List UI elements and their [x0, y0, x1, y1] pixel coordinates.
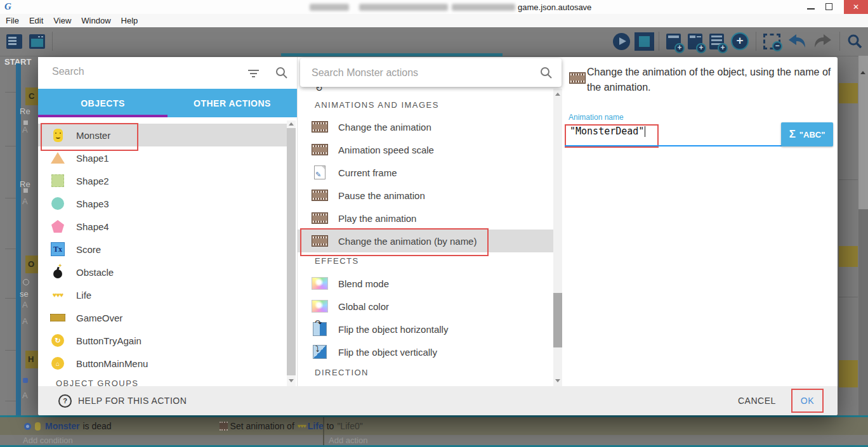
object-label: Score: [76, 244, 101, 255]
undo-icon: [787, 33, 806, 49]
action-item-animation-speed[interactable]: Animation speed scale: [298, 138, 553, 161]
action-item-change-animation-by-name[interactable]: Change the animation (by name): [298, 230, 553, 252]
search-icon: [275, 67, 288, 79]
action-label: Blend mode: [338, 278, 389, 289]
ok-button[interactable]: OK: [801, 396, 814, 406]
toolbar-separator: [839, 32, 840, 51]
object-item-life[interactable]: ♥♥♥ Life: [38, 283, 287, 306]
object-item-shape4[interactable]: Shape4: [38, 215, 287, 238]
object-item-score[interactable]: Tx Score: [38, 238, 287, 261]
action-text: Set animation of: [230, 421, 294, 431]
menu-view[interactable]: View: [53, 16, 71, 25]
bg-event-text: A: [22, 300, 28, 309]
scroll-up-arrow[interactable]: [289, 122, 294, 126]
restore-button[interactable]: [825, 3, 832, 10]
action-item-pause-animation[interactable]: Pause the animation: [298, 184, 553, 207]
object-search-bar: [38, 57, 297, 89]
action-item-flip-vertical[interactable]: Flip the object vertically: [298, 340, 553, 363]
action-search-input[interactable]: [310, 67, 503, 79]
scroll-down-arrow[interactable]: [289, 379, 294, 382]
action-item-change-animation[interactable]: Change the animation: [298, 115, 553, 138]
frame-icon: [312, 165, 328, 179]
scroll-up-arrow[interactable]: [860, 71, 865, 74]
window-title: game.json.autosave: [518, 3, 591, 12]
action-value: "Life0": [337, 421, 362, 431]
toolbar-separator: [659, 32, 659, 51]
object-label: Monster: [76, 130, 110, 141]
object-item-buttontryagain[interactable]: ↻ ButtonTryAgain: [38, 329, 287, 352]
filter-icon[interactable]: [247, 68, 259, 77]
object-search-input[interactable]: [51, 65, 244, 78]
tab-objects[interactable]: OBJECTS: [38, 89, 168, 117]
bg-event-text: Re: [20, 179, 30, 189]
film-mini-icon: [220, 422, 228, 431]
action-label: Animation speed scale: [338, 145, 434, 155]
tree-line: [5, 146, 16, 146]
tree-line: [839, 179, 858, 180]
events-scrollbar-thumb[interactable]: [858, 209, 868, 415]
cancel-button[interactable]: CANCEL: [738, 396, 776, 406]
animations-section-header: ANIMATIONS AND IMAGES: [315, 100, 439, 110]
toolbar-left-group: [6, 27, 53, 55]
menu-window[interactable]: Window: [81, 16, 110, 25]
circle-icon: [49, 197, 66, 210]
menu-bar: File Edit View Window Help: [0, 14, 868, 28]
object-list-scrollbar-thumb[interactable]: [287, 128, 296, 375]
animation-name-value: "MonsterDead": [570, 126, 644, 137]
film-icon: [312, 121, 328, 133]
action-item-flip-horizontal[interactable]: Flip the object horizontally: [298, 318, 553, 340]
tree-line: [5, 249, 16, 249]
bg-event-icon: [23, 120, 28, 125]
title-bar: G game.json.autosave ✕: [0, 0, 868, 15]
action-label: Flip the object vertically: [338, 347, 437, 358]
minimize-button[interactable]: [807, 8, 815, 10]
monster-icon: [49, 129, 66, 142]
object-item-shape2[interactable]: Shape2: [38, 169, 287, 192]
menu-help[interactable]: Help: [121, 16, 138, 25]
clipped-action-icon: ↻: [315, 87, 326, 93]
object-item-monster[interactable]: Monster: [38, 124, 287, 146]
tab-other-actions-label: OTHER ACTIONS: [194, 98, 271, 108]
action-item-current-frame[interactable]: Current frame: [298, 161, 553, 184]
animation-name-label: Animation name: [569, 113, 624, 122]
help-icon: ?: [58, 394, 72, 408]
action-search-bar: [300, 58, 562, 87]
banner-icon: [49, 314, 66, 321]
object-item-obstacle[interactable]: Obstacle: [38, 261, 287, 283]
search-icon: [540, 67, 553, 79]
action-item-global-color[interactable]: Global color: [298, 295, 553, 318]
event-condition-row: Monster is dead Set animation of ♥♥♥ Lif…: [0, 417, 868, 435]
animation-name-field[interactable]: "MonsterDead": [570, 126, 645, 137]
scroll-up-arrow[interactable]: [555, 93, 560, 96]
gdevelop-window: G game.json.autosave ✕ File Edit View Wi…: [0, 0, 868, 447]
action-label: Global color: [338, 301, 389, 312]
redacted-title-block: [359, 4, 448, 11]
action-item-play-animation[interactable]: Play the animation: [298, 207, 553, 230]
action-list-scrollbar-thumb[interactable]: [553, 293, 562, 347]
action-description: Change the animation of the object, usin…: [587, 65, 839, 95]
close-button[interactable]: ✕: [844, 0, 868, 14]
object-item-buttonmainmenu[interactable]: ⌂ ButtonMainMenu: [38, 352, 287, 375]
sigma-icon: Σ: [789, 128, 796, 141]
condition-text: is dead: [82, 421, 111, 431]
action-item-blend-mode[interactable]: Blend mode: [298, 272, 553, 295]
bg-event-text: H: [28, 354, 34, 364]
scroll-down-arrow[interactable]: [555, 379, 560, 382]
home-button-icon: ⌂: [49, 357, 66, 370]
object-item-shape1[interactable]: Shape1: [38, 146, 287, 169]
action-label: Change the animation (by name): [338, 236, 477, 247]
object-item-shape3[interactable]: Shape3: [38, 192, 287, 215]
flip-vertical-icon: [312, 345, 328, 359]
pentagon-icon: [49, 220, 66, 233]
add-comment-icon: +: [709, 34, 724, 49]
tab-other-actions[interactable]: OTHER ACTIONS: [168, 89, 297, 117]
flip-horizontal-icon: [312, 322, 328, 336]
film-icon: [312, 144, 328, 155]
menu-file[interactable]: File: [6, 16, 19, 25]
action-text: to: [327, 421, 334, 431]
menu-edit[interactable]: Edit: [29, 16, 43, 25]
object-item-gameover[interactable]: GameOver: [38, 306, 287, 329]
expression-builder-button[interactable]: Σ "ABC": [781, 122, 833, 146]
help-link[interactable]: HELP FOR THIS ACTION: [78, 396, 187, 406]
bg-event-text: C: [29, 91, 34, 101]
